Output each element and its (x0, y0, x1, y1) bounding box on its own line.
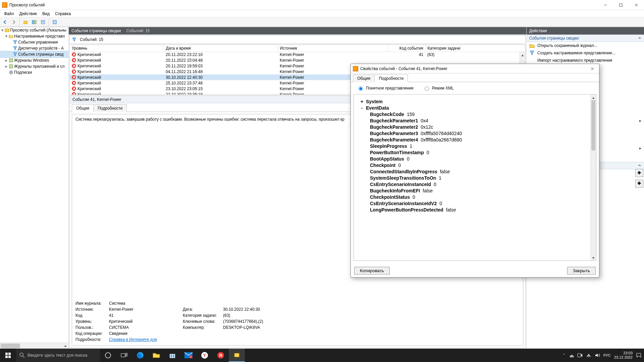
action-import-custom-view[interactable]: Импорт настраиваемого представления (527, 57, 644, 64)
app-icon (2, 2, 7, 8)
tree-windows-logs[interactable]: ▸ Журналы Windows (0, 57, 68, 63)
eventdata-field: LongPowerButtonPressDetectedfalse (360, 207, 590, 213)
table-row[interactable]: Критический20.11.2022 23:22:10Kernel-Pow… (70, 52, 525, 57)
scroll-up-icon[interactable]: ▴ (520, 52, 525, 58)
node-eventdata[interactable]: -EventData (360, 105, 590, 111)
tray-onedrive-icon[interactable] (569, 353, 574, 358)
dialog-scrollbar[interactable]: ▴ ▾ (590, 95, 596, 260)
taskbar-edge[interactable] (132, 349, 148, 362)
tab-general[interactable]: Общие (353, 74, 375, 82)
col-source[interactable]: Источник (278, 45, 388, 52)
svg-rect-1 (620, 4, 622, 6)
log-icon (9, 64, 13, 69)
tab-details[interactable]: Подробности (374, 74, 408, 82)
node-system[interactable]: +System (360, 99, 590, 104)
radio-friendly-view[interactable]: Понятное представление (357, 85, 414, 91)
col-event-id[interactable]: Код события (388, 45, 425, 52)
action-create-custom-view[interactable]: Создать настраиваемое представление... (527, 49, 644, 57)
svg-text:Я: Я (219, 353, 222, 358)
scroll-thumb[interactable] (591, 100, 595, 150)
col-task-cat[interactable]: Категория задачи (425, 45, 525, 52)
prev-event-button[interactable]: 🡹 (635, 169, 643, 177)
tray-network-icon[interactable] (586, 353, 591, 358)
taskbar-app-2[interactable]: Я (213, 349, 229, 362)
tray-meet-icon[interactable] (577, 353, 583, 358)
tree-subscriptions[interactable]: Подписки (0, 69, 68, 75)
taskbar-cortana[interactable] (100, 349, 116, 362)
eventdata-field: PowerButtonTimestamp0 (360, 150, 590, 155)
table-row[interactable]: Критический20.11.2022 23:04:48Kernel-Pow… (70, 57, 525, 63)
dialog-close-button[interactable] (586, 64, 599, 73)
system-tray[interactable]: ˄ РУС 23:03 23.12.2022 16 (560, 351, 644, 360)
tray-notifications-icon[interactable]: 16 (636, 353, 641, 358)
detail-fields: Имя журнала:Система Источник:Kernel-Powe… (75, 301, 310, 342)
taskbar[interactable]: Введите здесь текст для поиска 7 Y Я ˄ Р… (0, 349, 644, 362)
toolbar-btn-2[interactable] (31, 18, 38, 26)
col-level[interactable]: Уровень (70, 45, 164, 52)
taskbar-eventviewer[interactable] (229, 349, 245, 362)
toolbar-btn-4[interactable] (51, 18, 58, 26)
nav-forward-button[interactable] (10, 18, 17, 26)
radio-xml-view[interactable]: Режим XML (423, 85, 454, 91)
eventdata-field: CheckpointStatus0 (360, 194, 590, 200)
next-event-button[interactable]: 🡻 (635, 180, 643, 188)
tray-volume-icon[interactable] (595, 353, 600, 358)
svg-text:16: 16 (640, 356, 641, 358)
collapse-icon[interactable] (638, 37, 641, 40)
tree-apps-logs[interactable]: ▸ Журналы приложений и сл (0, 63, 68, 69)
tree-root-label: Просмотр событий (Локальны (10, 28, 66, 33)
events-section-header: События страницы сводки Событий: 15 (69, 27, 526, 35)
window-title: Просмотр событий (9, 3, 45, 7)
svg-rect-41 (578, 354, 581, 357)
collapse-icon[interactable] (638, 164, 641, 167)
copy-button[interactable]: Копировать (354, 267, 390, 275)
menu-help[interactable]: Справка (53, 11, 73, 17)
event-properties-dialog: Свойства событий - Событие 41, Kernel-Po… (351, 64, 599, 278)
eventdata-field: BugcheckInfoFromEFIfalse (360, 188, 590, 193)
menu-view[interactable]: Вид (40, 11, 52, 17)
scroll-thumb[interactable] (1, 344, 20, 348)
taskbar-taskview[interactable] (116, 349, 132, 362)
eventdata-field: Checkpoint0 (360, 163, 590, 168)
scroll-up-icon[interactable]: ▴ (591, 95, 596, 100)
nav-back-button[interactable] (1, 18, 9, 26)
tree-horizontal-scrollbar[interactable]: ◂ ▸ (0, 343, 68, 349)
tree-admin-events[interactable]: События управления (0, 39, 68, 45)
tab-general[interactable]: Общие (72, 104, 94, 112)
menu-file[interactable]: Файл (2, 11, 16, 17)
svg-rect-26 (126, 355, 127, 356)
taskbar-explorer[interactable] (148, 349, 164, 362)
svg-text:7: 7 (190, 356, 192, 358)
tray-language[interactable]: РУС (603, 353, 611, 357)
toolbar-btn-3[interactable] (39, 18, 47, 26)
tree-custom-views[interactable]: ▾ Настраиваемые представл (0, 33, 68, 39)
tree-summary-events[interactable]: События страницы свод (0, 51, 68, 57)
scroll-right-icon[interactable]: ▸ (63, 343, 68, 349)
taskbar-mail[interactable]: 7 (180, 349, 197, 362)
error-icon (72, 58, 76, 62)
online-help-link[interactable]: Справка в Интернете для (109, 337, 157, 342)
taskbar-store[interactable] (164, 349, 180, 362)
tray-expand-icon[interactable]: ˄ (563, 353, 565, 358)
tray-clock[interactable]: 23:03 23.12.2022 (614, 351, 633, 360)
action-open-saved-log[interactable]: Открыть сохраненный журнал... (527, 42, 644, 49)
tree-root[interactable]: ▾ Просмотр событий (Локальны (0, 27, 68, 33)
folder-icon (9, 34, 13, 39)
toolbar-btn-1[interactable] (22, 18, 29, 26)
event-data-view[interactable]: +System -EventData BugcheckCode159Bugche… (354, 94, 596, 261)
start-button[interactable] (0, 349, 16, 362)
svg-rect-4 (24, 21, 27, 24)
minimize-button[interactable] (598, 0, 613, 10)
scroll-down-icon[interactable]: ▾ (591, 255, 596, 260)
col-datetime[interactable]: Дата и время (164, 45, 278, 52)
taskbar-search[interactable]: Введите здесь текст для поиска (16, 349, 100, 362)
menu-action[interactable]: Действие (17, 11, 39, 17)
taskbar-app-1[interactable]: Y (197, 349, 213, 362)
close-button[interactable]: Закрыть (567, 267, 596, 275)
tab-details[interactable]: Подробности (93, 104, 127, 112)
tree-device-manager[interactable]: Диспетчер устройств - А (0, 45, 68, 51)
maximize-button[interactable] (613, 0, 629, 10)
navigation-tree[interactable]: ▾ Просмотр событий (Локальны ▾ Настраива… (0, 27, 69, 349)
close-button[interactable] (629, 0, 644, 10)
dialog-titlebar[interactable]: Свойства событий - Событие 41, Kernel-Po… (351, 64, 599, 73)
